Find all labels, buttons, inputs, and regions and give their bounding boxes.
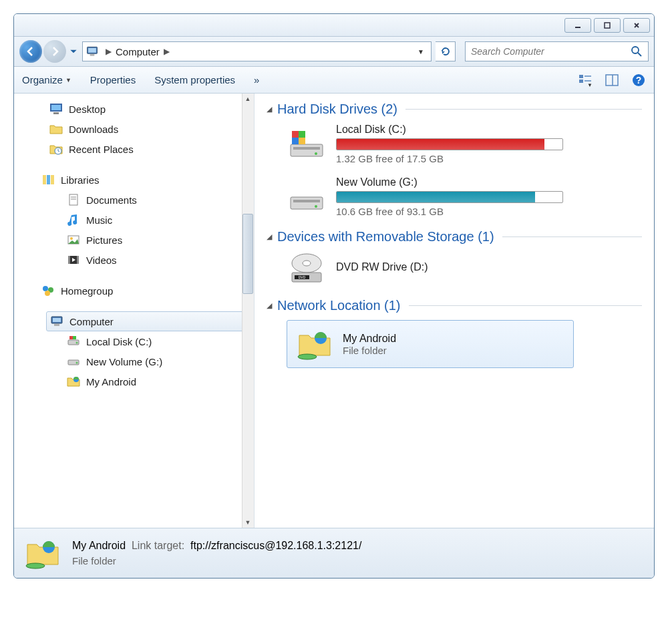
tree-documents[interactable]: Documents <box>14 190 254 210</box>
nav-history-dropdown[interactable] <box>69 47 78 56</box>
network-location-my-android[interactable]: My Android File folder <box>287 320 574 368</box>
svg-text:▼: ▼ <box>587 82 593 88</box>
tree-libraries[interactable]: Libraries <box>14 170 254 190</box>
hdd-icon <box>287 180 327 214</box>
close-button[interactable] <box>623 18 650 33</box>
svg-rect-1 <box>605 23 610 28</box>
drive-icon <box>66 334 81 349</box>
svg-rect-4 <box>90 54 95 56</box>
documents-icon <box>66 192 81 207</box>
details-pane: My Android Link target: ftp://zfranciscu… <box>14 528 654 578</box>
toolbar: Organize ▼ Properties System properties … <box>14 67 654 94</box>
pictures-icon <box>66 232 81 247</box>
svg-text:DVD: DVD <box>299 275 306 279</box>
svg-rect-0 <box>575 27 580 28</box>
help-icon[interactable]: ? <box>631 73 646 88</box>
organize-menu[interactable]: Organize ▼ <box>22 74 71 86</box>
svg-point-62 <box>26 563 45 569</box>
refresh-button[interactable] <box>436 41 456 61</box>
removable-section-header[interactable]: ◢ Devices with Removable Storage (1) <box>267 229 642 245</box>
hdd-section-header[interactable]: ◢ Hard Disk Drives (2) <box>267 102 642 117</box>
scroll-down-icon[interactable]: ▼ <box>242 517 253 528</box>
svg-point-55 <box>303 261 311 266</box>
content-pane: ◢ Hard Disk Drives (2) Local Disk (C:) 1… <box>255 94 654 528</box>
address-bar[interactable]: ▶ Computer ▶ ▼ <box>82 41 432 61</box>
collapse-icon[interactable]: ◢ <box>267 105 272 114</box>
svg-point-53 <box>315 205 317 208</box>
search-input[interactable] <box>471 46 631 57</box>
properties-button[interactable]: Properties <box>90 74 136 86</box>
svg-rect-23 <box>69 194 77 205</box>
svg-point-38 <box>76 342 78 344</box>
status-link-label: Link target: <box>132 540 184 551</box>
back-button[interactable] <box>19 40 42 63</box>
drive-icon <box>66 354 81 369</box>
drive-status: 1.32 GB free of 17.5 GB <box>336 153 642 164</box>
maximize-button[interactable] <box>594 18 621 33</box>
network-folder-icon <box>297 327 333 361</box>
tree-music[interactable]: Music <box>14 210 254 230</box>
status-type: File folder <box>72 554 361 569</box>
svg-rect-45 <box>293 147 320 150</box>
collapse-icon[interactable]: ◢ <box>267 232 272 241</box>
drive-name: New Volume (G:) <box>336 176 642 188</box>
svg-rect-22 <box>51 175 54 184</box>
capacity-bar <box>336 191 563 203</box>
breadcrumb-separator: ▶ <box>164 47 170 56</box>
svg-point-5 <box>632 47 639 53</box>
drive-name: DVD RW Drive (D:) <box>336 261 642 273</box>
capacity-bar <box>336 138 563 150</box>
network-item-type: File folder <box>343 345 396 356</box>
drive-new-volume[interactable]: New Volume (G:) 10.6 GB free of 93.1 GB <box>287 176 642 217</box>
tree-new-volume[interactable]: New Volume (G:) <box>14 351 254 371</box>
network-section-header[interactable]: ◢ Network Location (1) <box>267 298 642 313</box>
preview-pane-icon[interactable] <box>605 73 619 88</box>
tree-homegroup[interactable]: Homegroup <box>14 281 254 301</box>
system-properties-button[interactable]: System properties <box>154 74 235 86</box>
svg-rect-20 <box>43 175 46 184</box>
dvd-drive[interactable]: DVD DVD RW Drive (D:) <box>287 251 642 286</box>
tree-computer[interactable]: Computer <box>46 311 251 331</box>
tree-videos[interactable]: Videos <box>14 250 254 270</box>
svg-rect-49 <box>292 138 299 144</box>
tree-local-disk[interactable]: Local Disk (C:) <box>14 331 254 351</box>
scrollbar[interactable]: ▲ ▼ <box>242 94 254 528</box>
scroll-up-icon[interactable]: ▲ <box>242 94 253 104</box>
svg-rect-39 <box>69 336 73 339</box>
tree-downloads[interactable]: Downloads <box>14 119 254 139</box>
videos-icon <box>66 253 81 267</box>
toolbar-overflow[interactable]: » <box>254 74 259 86</box>
svg-rect-21 <box>47 175 50 184</box>
minimize-button[interactable] <box>564 18 591 33</box>
search-box[interactable] <box>465 41 649 61</box>
nav-row: ▶ Computer ▶ ▼ <box>14 37 654 67</box>
tree-recent[interactable]: Recent Places <box>14 139 254 159</box>
svg-rect-30 <box>77 256 79 264</box>
desktop-icon <box>49 102 63 116</box>
breadcrumb-location[interactable]: Computer <box>116 46 160 57</box>
view-menu-icon[interactable]: ▼ <box>578 73 593 88</box>
status-link-target: ftp://zfranciscus@192.168.1.3:2121/ <box>190 540 361 551</box>
dvd-icon: DVD <box>287 251 327 286</box>
drive-local-disk[interactable]: Local Disk (C:) 1.32 GB free of 17.5 GB <box>287 124 642 164</box>
svg-rect-51 <box>291 197 323 209</box>
tree-my-android[interactable]: My Android <box>14 371 254 391</box>
svg-rect-7 <box>579 75 583 78</box>
svg-point-46 <box>315 152 317 155</box>
svg-rect-12 <box>606 75 618 86</box>
network-item-name: My Android <box>343 333 396 345</box>
body: Desktop Downloads Recent Places Librarie… <box>14 94 654 528</box>
svg-point-33 <box>45 291 50 296</box>
collapse-icon[interactable]: ◢ <box>267 301 272 310</box>
scrollbar-thumb[interactable] <box>242 214 253 294</box>
svg-rect-40 <box>73 336 76 339</box>
drive-status: 10.6 GB free of 93.1 GB <box>336 206 642 217</box>
tree-desktop[interactable]: Desktop <box>14 99 254 119</box>
forward-button[interactable] <box>43 40 66 63</box>
svg-line-6 <box>638 53 641 56</box>
address-dropdown[interactable]: ▼ <box>413 48 428 55</box>
breadcrumb-separator: ▶ <box>106 47 112 56</box>
svg-rect-50 <box>299 138 305 144</box>
tree-pictures[interactable]: Pictures <box>14 230 254 250</box>
search-icon[interactable] <box>631 45 643 57</box>
